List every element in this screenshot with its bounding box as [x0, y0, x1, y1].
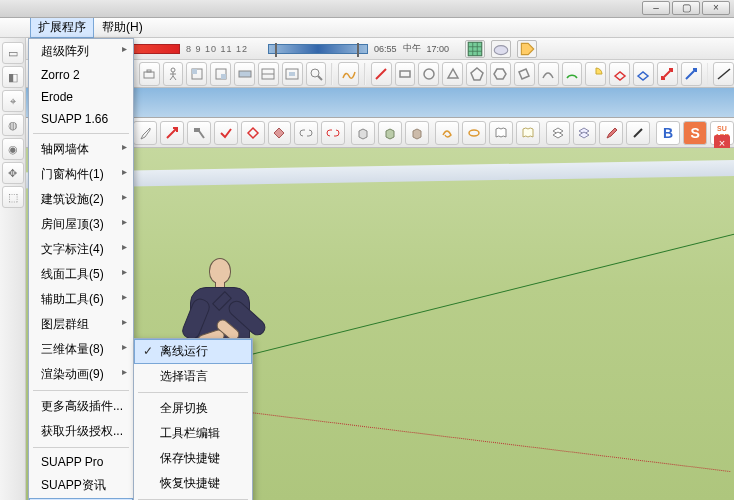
- pie-tool-icon[interactable]: [585, 62, 606, 86]
- arc-tool-icon[interactable]: [538, 62, 559, 86]
- menu-line-face[interactable]: 线面工具(5): [29, 262, 133, 287]
- pushpull-blue-icon[interactable]: [633, 62, 654, 86]
- plugin-redarrow-icon[interactable]: [160, 121, 184, 145]
- plugin-book1-icon[interactable]: [489, 121, 513, 145]
- plugin-badge-b[interactable]: B: [656, 121, 680, 145]
- svg-marker-23: [615, 72, 625, 80]
- menu-axis-wall[interactable]: 轴网墙体: [29, 137, 133, 162]
- menu-door-window[interactable]: 门窗构件(1): [29, 162, 133, 187]
- camera-tool-icon[interactable]: [139, 62, 160, 86]
- menu-more-plugins[interactable]: 更多高级插件...: [29, 394, 133, 419]
- menu-help[interactable]: 帮助(H): [94, 17, 151, 38]
- svg-point-4: [171, 68, 175, 72]
- paint-tool-icon[interactable]: ◍: [2, 114, 24, 136]
- date-slider[interactable]: [130, 44, 180, 54]
- window-close-button[interactable]: ×: [702, 1, 730, 15]
- plugin-pencil-icon[interactable]: [626, 121, 650, 145]
- plugin-box1-icon[interactable]: [351, 121, 375, 145]
- menu-building[interactable]: 建筑设施(2): [29, 187, 133, 212]
- section-plane-icon[interactable]: [234, 62, 255, 86]
- menu-zorro2[interactable]: Zorro 2: [29, 64, 133, 86]
- noon-label: 中午: [403, 42, 421, 55]
- select-tool-icon[interactable]: ▭: [2, 42, 24, 64]
- menu-aux-tools[interactable]: 辅助工具(6): [29, 287, 133, 312]
- section-cut-icon[interactable]: [282, 62, 303, 86]
- plugin-linkred-icon[interactable]: [321, 121, 345, 145]
- plugin-link-icon[interactable]: [294, 121, 318, 145]
- menu-3d-volume[interactable]: 三维体量(8): [29, 337, 133, 362]
- plugin-diamond-icon[interactable]: [268, 121, 292, 145]
- cloud-icon[interactable]: [491, 40, 511, 58]
- submenu-save-shortcut[interactable]: 保存快捷键: [134, 446, 252, 471]
- view-standard-icon[interactable]: [186, 62, 207, 86]
- menu-suapp-pro[interactable]: SUAPP Pro: [29, 451, 133, 473]
- sunrise-label: 06:55: [374, 44, 397, 54]
- plugin-swirl-icon[interactable]: [435, 121, 459, 145]
- polygon3-tool-icon[interactable]: [442, 62, 463, 86]
- svg-marker-24: [638, 72, 648, 80]
- menu-erode[interactable]: Erode: [29, 86, 133, 108]
- menu-render-anim[interactable]: 渲染动画(9): [29, 362, 133, 387]
- menu-super-array[interactable]: 超级阵列: [29, 39, 133, 64]
- menu-suapp-166[interactable]: SUAPP 1.66: [29, 108, 133, 130]
- pan-tool-icon[interactable]: ✥: [2, 162, 24, 184]
- section-display-icon[interactable]: [258, 62, 279, 86]
- plugin-eyedropper-icon[interactable]: [133, 121, 157, 145]
- dimension-tool-icon[interactable]: [713, 62, 734, 86]
- svg-marker-37: [579, 132, 589, 138]
- window-maximize-button[interactable]: ▢: [672, 1, 700, 15]
- submenu-fullscreen-toggle[interactable]: 全屏切换: [134, 396, 252, 421]
- svg-marker-31: [386, 129, 394, 139]
- polygon6-tool-icon[interactable]: [490, 62, 511, 86]
- extensions-menu: 超级阵列 Zorro 2 Erode SUAPP 1.66 轴网墙体 门窗构件(…: [28, 38, 134, 500]
- sunset-label: 17:00: [427, 44, 450, 54]
- plugin-check-icon[interactable]: [214, 121, 238, 145]
- plugin-layers1-icon[interactable]: [546, 121, 570, 145]
- menu-suapp-news[interactable]: SUAPP资讯: [29, 473, 133, 498]
- svg-marker-19: [448, 69, 458, 78]
- eraser-tool-icon[interactable]: ◧: [2, 66, 24, 88]
- plugin-diamond-red-icon[interactable]: [241, 121, 265, 145]
- menu-text-dim[interactable]: 文字标注(4): [29, 237, 133, 262]
- menu-bar: 扩展程序 帮助(H): [0, 18, 734, 38]
- window-minimize-button[interactable]: –: [642, 1, 670, 15]
- tape-tool-icon[interactable]: ⌖: [2, 90, 24, 112]
- zoom-extents-icon[interactable]: ⬚: [2, 186, 24, 208]
- map-icon[interactable]: [465, 40, 485, 58]
- svg-rect-3: [147, 70, 151, 72]
- zoom-tool-icon[interactable]: [306, 62, 327, 86]
- time-slider[interactable]: [268, 44, 368, 54]
- submenu-restore-shortcut[interactable]: 恢复快捷键: [134, 471, 252, 496]
- freehand-tool-icon[interactable]: [338, 62, 359, 86]
- orbit-tool-icon[interactable]: ◉: [2, 138, 24, 160]
- plugin-hammer-icon[interactable]: [187, 121, 211, 145]
- move-tool-blue-icon[interactable]: [681, 62, 702, 86]
- plugin-badge-s[interactable]: S: [683, 121, 707, 145]
- plugin-layers2-icon[interactable]: [573, 121, 597, 145]
- rectangle-tool-icon[interactable]: [395, 62, 416, 86]
- menu-layer-group[interactable]: 图层群组: [29, 312, 133, 337]
- menu-get-license[interactable]: 获取升级授权...: [29, 419, 133, 444]
- submenu-toolbar-edit[interactable]: 工具栏编辑: [134, 421, 252, 446]
- circle-tool-icon[interactable]: [418, 62, 439, 86]
- svg-point-14: [311, 69, 319, 77]
- menu-room-roof[interactable]: 房间屋顶(3): [29, 212, 133, 237]
- line-tool-icon[interactable]: [371, 62, 392, 86]
- plugin-ring-icon[interactable]: [462, 121, 486, 145]
- submenu-select-language[interactable]: 选择语言: [134, 364, 252, 389]
- move-tool-icon[interactable]: [657, 62, 678, 86]
- svg-rect-6: [192, 69, 197, 74]
- plugin-box2-icon[interactable]: [378, 121, 402, 145]
- arc2-tool-icon[interactable]: [562, 62, 583, 86]
- walk-tool-icon[interactable]: [163, 62, 184, 86]
- pushpull-red-icon[interactable]: [609, 62, 630, 86]
- menu-extensions[interactable]: 扩展程序: [30, 17, 94, 38]
- tag-icon[interactable]: [517, 40, 537, 58]
- plugin-book2-icon[interactable]: [516, 121, 540, 145]
- polygon5-tool-icon[interactable]: [466, 62, 487, 86]
- plugin-brush-icon[interactable]: [599, 121, 623, 145]
- plugin-box3-icon[interactable]: [405, 121, 429, 145]
- submenu-offline-run[interactable]: 离线运行: [134, 339, 252, 364]
- view-iso-icon[interactable]: [210, 62, 231, 86]
- rotated-rect-tool-icon[interactable]: [514, 62, 535, 86]
